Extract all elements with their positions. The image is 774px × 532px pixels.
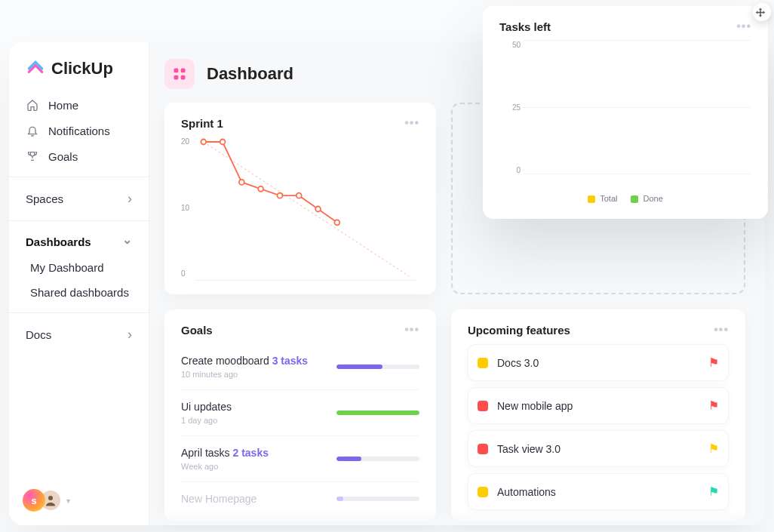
sidebar-item-my-dashboard[interactable]: My Dashboard bbox=[17, 255, 141, 280]
priority-square-icon bbox=[478, 487, 488, 497]
sidebar: ClickUp Home Notifications Goals bbox=[9, 42, 149, 525]
svg-point-12 bbox=[315, 207, 321, 212]
clickup-logo-icon bbox=[26, 59, 45, 78]
feature-title: Docs 3.0 bbox=[497, 357, 539, 369]
svg-point-6 bbox=[201, 140, 206, 145]
goal-timestamp: 10 minutes ago bbox=[181, 370, 308, 379]
move-handle-icon[interactable] bbox=[754, 7, 767, 20]
widget-title: Upcoming features bbox=[468, 324, 570, 337]
goal-timestamp: 1 day ago bbox=[181, 416, 232, 425]
widget-sprint: Sprint 1 ••• 20100 bbox=[164, 103, 436, 294]
svg-rect-3 bbox=[174, 75, 179, 80]
sidebar-item-notifications[interactable]: Notifications bbox=[17, 118, 141, 143]
goal-row[interactable]: Create moodboard 3 tasks10 minutes ago bbox=[181, 344, 419, 390]
sidebar-item-goals[interactable]: Goals bbox=[17, 143, 141, 169]
goal-title: Create moodboard bbox=[181, 355, 272, 367]
goal-row[interactable]: Ui updates1 day ago bbox=[181, 390, 419, 436]
flag-icon[interactable]: ⚑ bbox=[708, 441, 719, 456]
goal-task-count: 2 tasks bbox=[232, 447, 268, 459]
brand[interactable]: ClickUp bbox=[9, 42, 149, 92]
svg-point-11 bbox=[296, 193, 302, 198]
brand-name: ClickUp bbox=[51, 59, 113, 78]
sidebar-section-label: Spaces bbox=[26, 192, 63, 205]
sidebar-item-shared-dashboards[interactable]: Shared dashboards bbox=[17, 280, 141, 305]
sidebar-section-docs[interactable]: Docs bbox=[17, 321, 141, 349]
sidebar-section-label: Docs bbox=[26, 328, 51, 341]
svg-rect-1 bbox=[174, 69, 179, 73]
workspace-avatar: s bbox=[23, 489, 45, 512]
widget-menu-button[interactable]: ••• bbox=[714, 323, 729, 337]
svg-point-10 bbox=[278, 193, 283, 198]
feature-title: New mobile app bbox=[497, 400, 573, 412]
trophy-icon bbox=[26, 149, 39, 163]
flag-icon[interactable]: ⚑ bbox=[708, 484, 719, 499]
widget-menu-button[interactable]: ••• bbox=[736, 20, 751, 33]
goal-title: April tasks bbox=[181, 447, 232, 459]
sidebar-item-label: Notifications bbox=[48, 125, 110, 137]
widget-goals: Goals ••• Create moodboard 3 tasks10 min… bbox=[164, 309, 436, 521]
svg-line-5 bbox=[204, 142, 410, 276]
widget-title: Goals bbox=[181, 324, 213, 337]
goal-row[interactable]: April tasks 2 tasksWeek ago bbox=[181, 436, 419, 482]
svg-point-7 bbox=[220, 140, 226, 145]
workspace-switcher[interactable]: s ▾ bbox=[23, 489, 70, 512]
svg-point-9 bbox=[258, 186, 263, 192]
widget-tasks-left[interactable]: Tasks left ••• 50250 Total Done bbox=[483, 6, 768, 219]
goal-progress bbox=[336, 364, 419, 369]
chevron-right-icon bbox=[127, 191, 132, 207]
flag-icon[interactable]: ⚑ bbox=[708, 398, 719, 413]
widget-upcoming-features: Upcoming features ••• Docs 3.0⚑New mobil… bbox=[451, 309, 745, 521]
chart-legend: Total Done bbox=[499, 194, 751, 203]
goal-progress bbox=[336, 497, 419, 501]
feature-row[interactable]: Automations⚑ bbox=[468, 473, 729, 510]
sidebar-item-label: Shared dashboards bbox=[30, 286, 129, 299]
widget-title: Sprint 1 bbox=[181, 117, 223, 130]
caret-down-icon: ▾ bbox=[66, 497, 70, 505]
widget-title: Tasks left bbox=[499, 20, 551, 33]
page-title: Dashboard bbox=[207, 64, 293, 84]
goal-title: New Homepage bbox=[181, 493, 256, 505]
sidebar-item-label: Goals bbox=[48, 150, 78, 163]
sprint-burndown-chart: 20100 bbox=[181, 137, 419, 281]
sidebar-section-spaces[interactable]: Spaces bbox=[17, 185, 141, 213]
sidebar-item-label: Home bbox=[48, 99, 78, 112]
svg-rect-2 bbox=[181, 69, 186, 73]
dashboard-icon bbox=[164, 59, 195, 89]
feature-title: Task view 3.0 bbox=[497, 443, 561, 455]
priority-square-icon bbox=[478, 444, 488, 454]
feature-row[interactable]: Docs 3.0⚑ bbox=[468, 344, 729, 381]
widget-menu-button[interactable]: ••• bbox=[404, 116, 419, 130]
goal-task-count: 3 tasks bbox=[272, 355, 308, 367]
tasks-left-bar-chart: 50250 bbox=[499, 41, 751, 188]
chevron-down-icon bbox=[122, 235, 132, 249]
home-icon bbox=[26, 98, 39, 112]
chevron-right-icon bbox=[127, 327, 132, 343]
feature-title: Automations bbox=[497, 486, 556, 498]
svg-point-8 bbox=[239, 180, 244, 185]
feature-row[interactable]: New mobile app⚑ bbox=[468, 387, 729, 424]
svg-point-0 bbox=[48, 496, 53, 500]
bell-icon bbox=[26, 124, 39, 137]
sidebar-item-label: My Dashboard bbox=[30, 261, 104, 274]
goal-progress bbox=[336, 411, 419, 415]
priority-square-icon bbox=[478, 401, 488, 411]
sidebar-item-home[interactable]: Home bbox=[17, 92, 141, 118]
goal-row[interactable]: New Homepage bbox=[181, 482, 419, 515]
goal-timestamp: Week ago bbox=[181, 462, 269, 471]
priority-square-icon bbox=[478, 358, 488, 368]
flag-icon[interactable]: ⚑ bbox=[708, 355, 719, 370]
goal-title: Ui updates bbox=[181, 401, 232, 413]
sidebar-section-dashboards[interactable]: Dashboards bbox=[17, 229, 141, 255]
feature-row[interactable]: Task view 3.0⚑ bbox=[468, 430, 729, 467]
svg-point-13 bbox=[334, 220, 339, 225]
svg-rect-4 bbox=[181, 75, 186, 80]
widget-menu-button[interactable]: ••• bbox=[404, 323, 419, 337]
goal-progress bbox=[336, 457, 419, 461]
sidebar-section-label: Dashboards bbox=[26, 235, 91, 248]
